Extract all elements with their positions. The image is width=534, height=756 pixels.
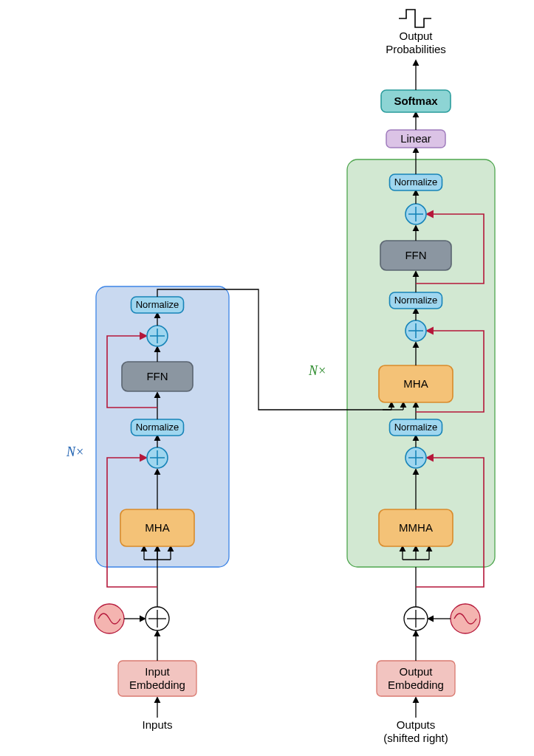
output-embedding-label-1: Output [399,665,433,678]
add-node-encoder-1 [147,447,168,468]
encoder-repeat-label: N× [66,444,84,459]
encoder-ffn-label: FFN [146,370,168,382]
add-node-decoder-1 [405,447,426,468]
output-prob-label-1: Output [399,30,433,42]
positional-encoding-decoder [451,604,480,633]
output-prob-label-2: Probabilities [386,43,446,55]
encoder-norm-2-label: Normalize [136,299,179,310]
decoder-norm-2-label: Normalize [394,295,438,306]
add-node-decoder-3 [405,204,426,224]
input-embedding-label-2: Embedding [129,678,185,691]
encoder-mha-label: MHA [145,521,169,534]
linear-label: Linear [400,132,431,145]
add-node-pe-encoder [146,607,169,630]
decoder-repeat-label: N× [308,363,326,378]
input-embedding-label-1: Input [145,665,170,678]
encoder-inputs-label: Inputs [143,718,173,731]
decoder-cross-mha-label: MHA [403,377,428,390]
encoder-norm-1-label: Normalize [136,422,179,433]
positional-encoding-encoder [95,604,124,633]
decoder-norm-3-label: Normalize [394,176,438,188]
decoder-norm-1-label: Normalize [394,422,438,433]
transformer-diagram: N× N× Inputs Input Embedding MHA Normali… [0,0,534,756]
output-embedding-label-2: Embedding [388,678,444,691]
decoder-outputs-label-1: Outputs [397,718,436,731]
decoder-outputs-label-2: (shifted right) [383,732,448,744]
add-node-pe-decoder [404,607,428,630]
decoder-ffn-label: FFN [405,249,426,261]
add-node-decoder-2 [405,320,426,341]
softmax-label: Softmax [394,94,438,107]
decoder-mmha-label: MMHA [399,521,433,534]
output-waveform-icon [399,10,431,27]
add-node-encoder-2 [147,326,168,346]
